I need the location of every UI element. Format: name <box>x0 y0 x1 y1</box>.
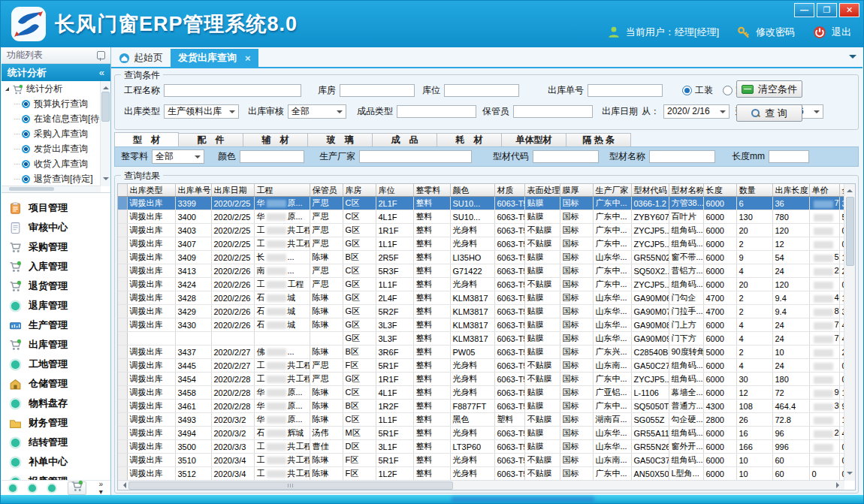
table-row[interactable]: 调拨出库35102020/3/4工共工程陈琳F区5R1F整料光身料6063-T5… <box>118 454 844 467</box>
color-input[interactable] <box>240 150 304 163</box>
profile-code-input[interactable] <box>533 150 599 163</box>
sidebar-menu-item[interactable]: 项目管理 <box>2 198 110 218</box>
column-header[interactable]: 型材代码 <box>631 184 669 197</box>
scrollbar-thumb[interactable] <box>128 481 453 490</box>
sidebar-menu-item[interactable]: 物料盘存 <box>2 394 110 413</box>
sidebar-section-header[interactable]: 统计分析 « <box>2 64 110 81</box>
sidebar-menu-item[interactable]: 财务管理 <box>2 413 110 433</box>
table-row[interactable]: 调拨出库34072020/2/25工共工程严思G区1L1F整料光身料6063-T… <box>118 237 844 251</box>
clear-conditions-button[interactable]: 清空条件 <box>736 80 802 98</box>
project-name-input[interactable] <box>164 84 301 97</box>
radio-jiazhuang[interactable] <box>723 86 733 95</box>
scroll-left-icon[interactable] <box>120 482 126 488</box>
scroll-right-icon[interactable] <box>836 482 842 488</box>
table-row[interactable]: 调拨出库34132020/2/26南...严思C区5R3F整料G71422606… <box>118 264 844 278</box>
column-header[interactable]: 工程 <box>254 184 310 197</box>
order-no-input[interactable] <box>588 84 663 97</box>
material-tab[interactable]: 配 件 <box>179 133 243 147</box>
tree-item[interactable]: 采购入库查询 <box>2 126 110 141</box>
material-tab[interactable]: 辅 材 <box>243 133 308 147</box>
tree-vertical-scrollbar[interactable] <box>100 81 110 186</box>
column-header[interactable]: 保管员 <box>310 184 343 197</box>
scroll-down-icon[interactable] <box>103 177 109 183</box>
table-row[interactable]: 调拨出库33992020/2/25华原...严思C区2L1F整料SU10...6… <box>118 197 844 210</box>
table-row[interactable]: 调拨出库34292020/2/26石城陈琳G区5R2F整料KLM38176063… <box>118 305 844 318</box>
scrollbar-thumb[interactable] <box>101 92 110 122</box>
table-row[interactable]: 调拨出库34092020/2/25长...陈琳B区2R5F整料LI35HO606… <box>118 251 844 264</box>
table-row[interactable]: 调拨出库34932020/3/2华原...陈琳C区1L1F整料黑色塑料不贴膜国标… <box>118 413 844 427</box>
table-row[interactable]: G区3L3F整料KLM38176063-T5贴膜国标山东华...GA90M09.… <box>118 332 844 346</box>
minimize-button[interactable]: — <box>794 3 814 17</box>
sidebar-menu-item[interactable]: 生产管理 <box>2 315 110 335</box>
column-header[interactable]: 库房 <box>343 184 376 197</box>
factory-input[interactable] <box>359 150 472 163</box>
column-header[interactable]: 表面处理 <box>524 184 560 197</box>
table-row[interactable]: 调拨出库34542020/2/28工共工程严思G区1R1F整料光身料6063-T… <box>118 373 844 386</box>
sidebar-menu-item[interactable]: 结转管理 <box>2 433 110 452</box>
sidebar-menu-item[interactable]: 仓储管理 <box>2 374 110 394</box>
column-header[interactable]: 出库单号 <box>175 184 211 197</box>
sidebar-menu-item[interactable]: 入库管理 <box>2 257 110 276</box>
sidebar-menu-item[interactable]: 报废管理 <box>2 472 110 480</box>
column-header[interactable]: 库位 <box>376 184 413 197</box>
logout-link[interactable]: 退出 <box>832 26 851 39</box>
scrollbar-thumb[interactable] <box>846 197 854 266</box>
tree-root[interactable]: 统计分析 <box>2 81 110 96</box>
radio-gongzhuang[interactable] <box>682 86 692 95</box>
tree-item[interactable]: 在途信息查询[待 <box>2 111 110 126</box>
tab-shipping-outbound-query[interactable]: 发货出库查询 × <box>171 49 258 67</box>
table-row[interactable]: 调拨出库34302020/2/26石城陈琳G区3L3F整料KLM38176063… <box>118 318 844 332</box>
column-header[interactable]: 长度 <box>703 184 736 197</box>
profile-name-input[interactable] <box>649 150 715 163</box>
sidebar-menu-item[interactable]: 补单中心 <box>2 452 110 472</box>
cart-button[interactable] <box>68 481 87 495</box>
tree-expander-icon[interactable] <box>5 87 9 91</box>
tab-home[interactable]: 起始页 <box>111 49 171 67</box>
sidebar-menu-item[interactable]: 审核中心 <box>2 218 110 237</box>
dot-icon[interactable] <box>48 484 56 492</box>
tree-item[interactable]: 预算执行查询 <box>2 96 110 111</box>
sidebar-menu-item[interactable]: 工地管理 <box>2 355 110 374</box>
dot-icon[interactable] <box>9 484 17 492</box>
table-row[interactable]: 调拨出库34942020/3/2石辉城汤伟M区5R1F整料光身料6063-T5贴… <box>118 427 844 440</box>
sidebar-menu-item[interactable]: 退货管理 <box>2 276 110 296</box>
sidebar-menu-item[interactable]: 退库管理 <box>2 296 110 315</box>
audit-select[interactable]: 全部 <box>288 104 346 119</box>
sidebar-menu-item[interactable]: 采购管理 <box>2 237 110 257</box>
scrollbar-thumb[interactable] <box>9 187 54 191</box>
sidebar-menu-item[interactable]: 出库管理 <box>2 335 110 355</box>
product-type-input[interactable] <box>397 105 476 118</box>
table-row[interactable]: 调拨出库35002020/3/3工共工程曹佳D区3L1F整料LT3P606063… <box>118 440 844 454</box>
tree-item[interactable]: 收货入库查询 <box>2 156 110 171</box>
material-tab[interactable]: 玻 璃 <box>308 133 373 147</box>
material-tab[interactable]: 单体型材 <box>502 133 566 147</box>
dot-icon[interactable] <box>29 484 36 492</box>
column-header[interactable]: 颜色 <box>450 184 494 197</box>
warehouse-input[interactable] <box>340 84 415 97</box>
column-header[interactable]: 出库日期 <box>211 184 254 197</box>
tree-horizontal-scrollbar[interactable] <box>2 186 101 192</box>
table-row[interactable]: 调拨出库35122020/3/4工共工程陈琳F区1L2F整料光身料6063-T5… <box>118 467 844 481</box>
column-header[interactable]: 材质 <box>494 184 524 197</box>
material-tab[interactable]: 成 品 <box>373 133 437 147</box>
keeper-input[interactable] <box>513 105 593 118</box>
change-password-link[interactable]: 修改密码 <box>756 26 795 39</box>
table-row[interactable]: 调拨出库34582020/2/28华原...陈琳C区4L1F整料光身料6063-… <box>118 386 844 400</box>
table-row[interactable]: 调拨出库34612020/2/28华原...陈琳B区1R2F整料F8877FT6… <box>118 400 844 413</box>
material-tab[interactable]: 耗 材 <box>437 133 502 147</box>
pin-icon[interactable] <box>97 51 105 59</box>
table-row[interactable]: 调拨出库34242020/2/26工工程严思G区1L1F整料光身料6063-T5… <box>118 278 844 291</box>
material-tab[interactable]: 型 材 <box>114 132 179 147</box>
column-header[interactable]: 整零料 <box>413 184 450 197</box>
whole-part-select[interactable]: 全部 <box>152 149 204 164</box>
grid-vertical-scrollbar[interactable] <box>844 184 855 481</box>
column-header[interactable]: 生产厂家 <box>593 184 631 197</box>
column-header[interactable]: 出库类型 <box>127 184 175 197</box>
scroll-up-icon[interactable] <box>847 186 853 192</box>
close-button[interactable]: ✕ <box>839 3 859 17</box>
scroll-down-icon[interactable] <box>847 472 853 478</box>
table-row[interactable]: 调拨出库34282020/2/26石城陈琳G区2L4F整料KLM38176063… <box>118 291 844 305</box>
table-row[interactable]: 调拨出库34032020/2/25工共工程严思G区1R1F整料光身料6063-T… <box>118 224 844 237</box>
overflow-chevron-icon[interactable]: »▾ <box>98 481 103 496</box>
tab-close-icon[interactable]: × <box>245 53 251 64</box>
